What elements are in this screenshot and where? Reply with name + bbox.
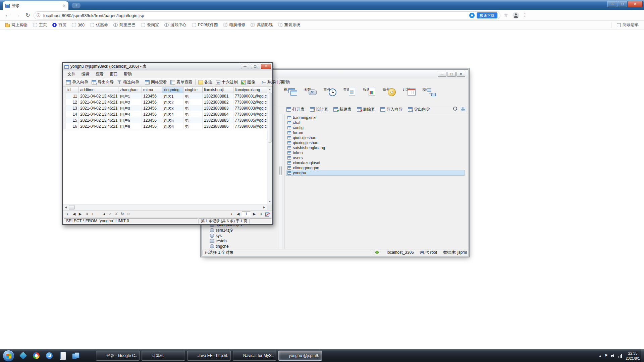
cell-zhanghao[interactable]: 用户4: [118, 111, 142, 117]
cell-lianxiyouxiang[interactable]: 773890001@qq.co: [233, 93, 267, 99]
cell-id[interactable]: 14: [66, 111, 79, 117]
cell-xingbie[interactable]: 男: [183, 93, 203, 99]
page-info-icon[interactable]: ⓘ: [37, 13, 41, 18]
show-desktop-button[interactable]: [641, 349, 644, 362]
page-nav-button[interactable]: ▶: [251, 211, 257, 217]
cell-xingming[interactable]: 姓名3: [162, 105, 183, 111]
toolbar-button[interactable]: 备注: [197, 79, 214, 86]
table-list-item[interactable]: config: [286, 125, 465, 130]
cell-mima[interactable]: 123456: [142, 111, 162, 117]
cell-zhanghao[interactable]: 用户5: [118, 117, 142, 123]
cell-addtime[interactable]: 2021-04-02 13:46:21: [79, 99, 118, 105]
horizontal-scrollbar[interactable]: ◀ ▶: [63, 204, 267, 210]
record-nav-button[interactable]: +: [89, 211, 95, 217]
cell-xingbie[interactable]: 男: [183, 111, 203, 117]
cell-mima[interactable]: 123456: [142, 93, 162, 99]
toolbar-button[interactable]: 表单查看: [169, 79, 194, 86]
vertical-scrollbar-thumb[interactable]: [268, 93, 272, 143]
network-icon[interactable]: [619, 354, 623, 358]
taskbar-button[interactable]: yonghu @jspm9...: [278, 351, 322, 361]
table-window-titlebar[interactable]: yonghu @jspm939ck (localhost_3306) - 表 —…: [63, 63, 272, 70]
row-selector[interactable]: [63, 105, 66, 111]
cell-xingbie[interactable]: 男: [183, 105, 203, 111]
toolbar-button[interactable]: 十六进制: [214, 79, 239, 86]
menu-item[interactable]: 编辑: [78, 71, 93, 78]
row-selector[interactable]: [63, 99, 66, 105]
record-nav-button[interactable]: ↻: [119, 211, 125, 217]
cell-mima[interactable]: 123456: [142, 123, 162, 129]
table-list-item[interactable]: saishishengkuang: [286, 145, 465, 150]
record-nav-button[interactable]: ⇤: [65, 211, 71, 217]
table-list-item[interactable]: token: [286, 150, 465, 155]
record-nav-button[interactable]: ▶: [77, 211, 83, 217]
table-list-item[interactable]: qiuxingjieshao: [286, 140, 465, 145]
cell-addtime[interactable]: 2021-04-02 13:46:21: [79, 123, 118, 129]
database-item[interactable]: tingche: [210, 244, 277, 249]
database-item[interactable]: testdb: [210, 238, 277, 244]
window-maximize-button[interactable]: ▢: [251, 64, 259, 69]
reload-icon[interactable]: ↻: [24, 12, 32, 18]
extension-icon[interactable]: [469, 13, 475, 18]
cell-id[interactable]: 15: [66, 117, 79, 123]
cell-addtime[interactable]: 2021-04-02 13:46:21: [79, 105, 118, 111]
menu-item[interactable]: 文件: [64, 71, 78, 78]
cell-zhanghao[interactable]: 用户3: [118, 105, 142, 111]
cell-lianxiyouxiang[interactable]: 773890002@qq.co: [233, 99, 267, 105]
table-list-item[interactable]: chat: [286, 120, 465, 125]
object-toolbar-button[interactable]: 新建表: [333, 107, 352, 112]
quicklaunch-item[interactable]: [19, 351, 28, 360]
bookmark-item[interactable]: 游戏中心: [162, 21, 189, 29]
row-selector[interactable]: [63, 123, 66, 129]
database-item[interactable]: sys: [210, 233, 277, 238]
filter-sort-icon[interactable]: [265, 212, 270, 217]
record-nav-button[interactable]: ▲: [101, 211, 107, 217]
toolbar-button[interactable]: 导入向导: [64, 79, 90, 86]
bookmark-item[interactable]: 百度: [50, 21, 69, 29]
bookmark-item[interactable]: 主页: [30, 21, 50, 29]
navicat-toolbar-button[interactable]: 备份: [377, 86, 395, 92]
menu-item[interactable]: 查看: [93, 71, 107, 78]
page-nav-button[interactable]: ◀: [235, 211, 241, 217]
cell-xingming[interactable]: 姓名6: [162, 123, 183, 129]
cell-zhanghao[interactable]: 用户1: [118, 93, 142, 99]
reading-list-button[interactable]: 阅读清单: [614, 21, 641, 29]
back-icon[interactable]: ←: [4, 12, 11, 18]
scroll-left-icon[interactable]: ◀: [63, 205, 69, 210]
bookmark-star-icon[interactable]: ☆: [504, 12, 508, 18]
cell-lianxiyouxiang[interactable]: 773890004@qq.co: [233, 111, 267, 117]
cell-lianxishouji[interactable]: 13823888881: [203, 93, 233, 99]
cell-xingbie[interactable]: 男: [183, 99, 203, 105]
action-center-icon[interactable]: [604, 354, 608, 358]
quicklaunch-item[interactable]: [45, 351, 54, 360]
column-header[interactable]: mima: [142, 87, 162, 93]
column-header[interactable]: zhanghao: [118, 87, 142, 93]
menu-item[interactable]: 帮助: [121, 71, 135, 78]
browser-maximize-button[interactable]: ▢: [618, 1, 627, 7]
browser-tab[interactable]: 登录 ✕: [3, 1, 68, 10]
bookmark-item[interactable]: 重装系统: [275, 21, 303, 29]
column-header[interactable]: addtime: [79, 87, 118, 93]
download-badge[interactable]: 极速下载: [477, 12, 497, 18]
cell-id[interactable]: 11: [66, 93, 79, 99]
new-tab-button[interactable]: +: [72, 3, 80, 8]
bookmark-item[interactable]: PC9软件园: [189, 21, 220, 29]
record-nav-button[interactable]: ✔: [107, 211, 113, 217]
column-header[interactable]: lianxiyouxiang: [233, 87, 267, 93]
cell-addtime[interactable]: 2021-04-02 13:46:21: [79, 93, 118, 99]
cell-xingming[interactable]: 姓名1: [162, 93, 183, 99]
navicat-toolbar-button[interactable]: 事件: [318, 86, 336, 92]
column-header[interactable]: id: [66, 87, 79, 93]
object-toolbar-button[interactable]: 打开表: [286, 107, 305, 112]
volume-icon[interactable]: [611, 354, 615, 358]
browser-menu-icon[interactable]: ⋮: [523, 12, 527, 17]
database-item[interactable]: ssm14zj9: [210, 228, 277, 233]
cell-zhanghao[interactable]: 用户2: [118, 99, 142, 105]
cell-zhanghao[interactable]: 用户6: [118, 123, 142, 129]
tab-close-icon[interactable]: ✕: [62, 4, 66, 8]
navicat-toolbar-button[interactable]: 模型: [417, 86, 435, 92]
row-selector[interactable]: [63, 117, 66, 123]
taskbar-button[interactable]: 登录 - Google C...: [96, 351, 140, 361]
taskbar-button[interactable]: Java EE - http://l...: [187, 351, 231, 361]
profile-avatar[interactable]: [513, 12, 519, 19]
bookmark-item[interactable]: 阿里巴巴: [111, 21, 138, 29]
